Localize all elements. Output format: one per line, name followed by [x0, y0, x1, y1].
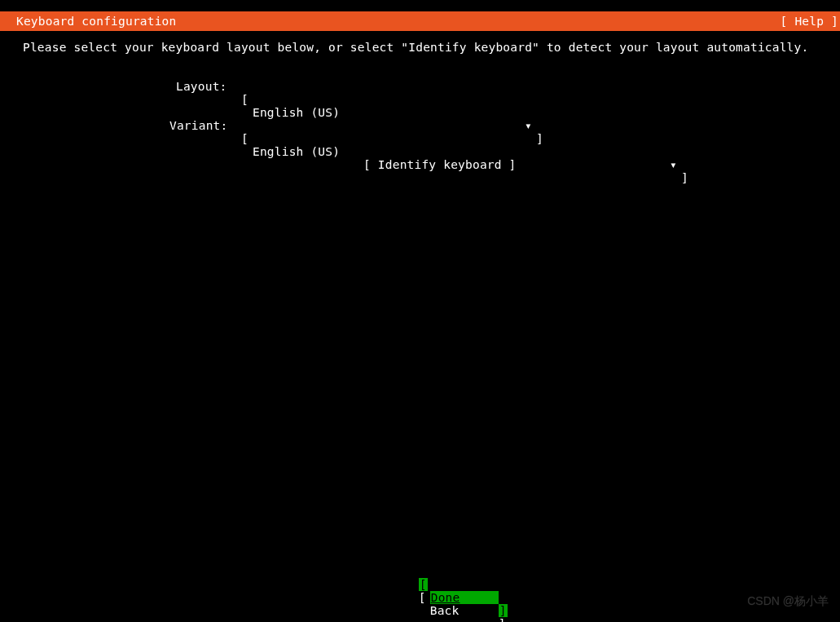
identify-row: [ Identify keyboard ] [0, 145, 29, 184]
help-button[interactable]: [ Help ] [781, 15, 838, 28]
right-bracket: ] [499, 617, 506, 622]
layout-select[interactable]: English (US) [253, 106, 340, 119]
main-canvas: Please select your keyboard layout below… [0, 31, 840, 589]
left-bracket: [ [419, 578, 428, 591]
back-button[interactable]: [ Back ] [29, 578, 73, 622]
watermark: CSDN @杨小羊 [747, 594, 829, 607]
variant-label: Variant: [169, 119, 227, 132]
back-row: [ Back ] [0, 565, 29, 604]
identify-keyboard-button[interactable]: [ Identify keyboard ] [363, 158, 517, 171]
variant-select[interactable]: English (US) [253, 145, 340, 158]
variant-close-bracket: ] [681, 171, 688, 184]
header-title: Keyboard configuration [16, 15, 176, 28]
right-bracket: ] [499, 604, 508, 617]
chevron-down-icon[interactable]: ▾ [670, 158, 677, 171]
left-bracket: [ [419, 591, 426, 604]
header: Keyboard configuration [ Help ] [0, 11, 840, 31]
layout-label: Layout: [176, 80, 227, 93]
instruction-text: Please select your keyboard layout below… [23, 41, 808, 54]
done-label: Done [430, 591, 499, 604]
layout-close-bracket: ] [536, 132, 543, 145]
chevron-down-icon[interactable]: ▾ [525, 119, 532, 132]
layout-open-bracket: [ [241, 93, 248, 106]
back-label: Back [430, 604, 499, 617]
variant-open-bracket: [ [241, 132, 248, 145]
